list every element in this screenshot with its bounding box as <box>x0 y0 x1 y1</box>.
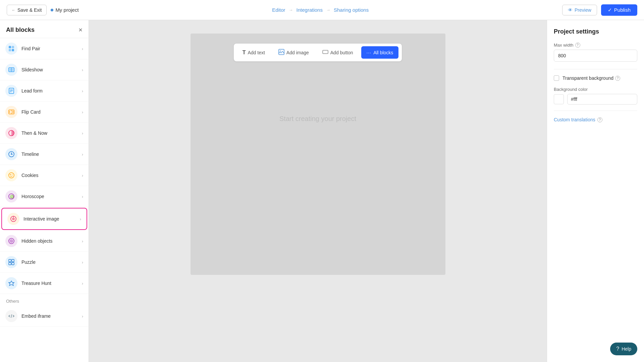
sidebar-item-then-now[interactable]: Then & Now › <box>0 123 89 144</box>
step-integrations[interactable]: Integrations <box>297 7 323 13</box>
eye-icon: 👁 <box>568 7 573 13</box>
canvas-toolbar: T Add text Add image Add button ··· <box>234 44 402 61</box>
svg-point-20 <box>11 176 12 177</box>
bg-color-swatch[interactable] <box>554 94 564 104</box>
sidebar-item-find-pair[interactable]: Find Pair › <box>0 38 89 59</box>
save-exit-button[interactable]: ← Save & Exit <box>7 5 47 15</box>
svg-point-18 <box>10 174 11 175</box>
svg-rect-31 <box>9 259 11 262</box>
sidebar-item-hidden-objects[interactable]: Hidden objects › <box>0 231 89 252</box>
svg-point-19 <box>12 174 12 175</box>
sidebar-item-treasure-hunt[interactable]: Treasure Hunt › <box>0 273 89 294</box>
sidebar-item-embed-iframe[interactable]: Embed iframe › <box>0 306 89 327</box>
divider-1 <box>554 69 637 69</box>
timeline-chevron: › <box>82 152 83 157</box>
hidden-objects-label: Hidden objects <box>21 238 53 244</box>
sidebar-item-flip-card[interactable]: Flip Card › <box>0 102 89 123</box>
find-pair-icon <box>5 43 17 55</box>
flip-card-label: Flip Card <box>21 109 41 115</box>
interactive-image-chevron: › <box>80 217 81 222</box>
divider-2 <box>554 111 637 111</box>
project-dot <box>51 9 53 11</box>
topbar-right: 👁 Preview ✓ Publish <box>562 4 637 16</box>
step-sharing[interactable]: Sharing options <box>334 7 369 13</box>
add-image-label: Add image <box>286 50 309 55</box>
all-blocks-button[interactable]: ··· All blocks <box>361 46 399 59</box>
hidden-objects-icon <box>5 235 17 247</box>
custom-translations-help-icon[interactable]: ? <box>597 117 602 122</box>
svg-line-36 <box>11 314 12 318</box>
topbar: ← Save & Exit My project Editor → Integr… <box>0 0 644 20</box>
then-now-label: Then & Now <box>21 130 47 136</box>
sidebar-list: Find Pair › Slideshow › Lead <box>0 38 89 362</box>
add-button-button[interactable]: Add button <box>317 46 359 59</box>
svg-rect-39 <box>323 50 328 54</box>
treasure-hunt-label: Treasure Hunt <box>21 281 51 286</box>
lead-form-label: Lead form <box>21 88 43 94</box>
slideshow-icon <box>5 64 17 76</box>
text-icon: T <box>243 50 246 56</box>
max-width-help-icon[interactable]: ? <box>575 43 580 48</box>
add-text-label: Add text <box>248 50 265 55</box>
step-editor[interactable]: Editor <box>272 7 285 13</box>
puzzle-icon <box>5 256 17 268</box>
close-sidebar-button[interactable]: × <box>78 26 83 34</box>
preview-button[interactable]: 👁 Preview <box>562 5 597 15</box>
custom-translations-link[interactable]: Custom translations ? <box>554 117 637 122</box>
button-icon <box>322 49 328 56</box>
sidebar-item-horoscope[interactable]: ♍ Horoscope › <box>0 186 89 207</box>
find-pair-chevron: › <box>82 46 83 51</box>
add-text-button[interactable]: T Add text <box>237 46 270 59</box>
slideshow-label: Slideshow <box>21 67 43 72</box>
topbar-left: ← Save & Exit My project <box>7 5 79 15</box>
sidebar-title: All blocks <box>6 26 35 34</box>
sidebar-item-lead-form[interactable]: Lead form › <box>0 80 89 102</box>
help-circle-icon: ? <box>616 346 619 352</box>
svg-point-16 <box>11 154 12 155</box>
canvas-container: T Add text Add image Add button ··· <box>191 34 445 275</box>
svg-rect-0 <box>9 46 11 48</box>
sidebar-item-cookies[interactable]: Cookies › <box>0 165 89 186</box>
find-pair-label: Find Pair <box>21 46 40 51</box>
sidebar-item-puzzle[interactable]: Puzzle › <box>0 252 89 273</box>
then-now-chevron: › <box>82 131 83 136</box>
cookies-chevron: › <box>82 173 83 178</box>
canvas-placeholder: Start creating your project <box>279 115 356 123</box>
sidebar-item-interactive-image[interactable]: Interactive image › <box>1 208 87 230</box>
sidebar-item-slideshow[interactable]: Slideshow › <box>0 59 89 80</box>
svg-rect-32 <box>12 259 14 262</box>
timeline-icon <box>5 148 17 160</box>
sidebar: All blocks × Find Pair › Slideshow <box>0 20 89 362</box>
image-icon <box>278 49 284 56</box>
arrow-sep-2: → <box>326 7 330 12</box>
others-section-label: Others <box>0 294 89 306</box>
save-exit-label: Save & Exit <box>17 7 42 13</box>
project-name: My project <box>51 7 78 13</box>
bg-color-input[interactable] <box>567 94 637 105</box>
sidebar-header: All blocks × <box>0 20 89 38</box>
max-width-input[interactable] <box>554 50 637 62</box>
svg-rect-2 <box>9 49 11 51</box>
transparent-bg-checkbox[interactable] <box>554 75 559 81</box>
puzzle-label: Puzzle <box>21 259 36 265</box>
svg-point-17 <box>9 173 14 178</box>
project-name-text[interactable]: My project <box>55 7 78 13</box>
add-image-button[interactable]: Add image <box>273 46 314 59</box>
arrow-sep-1: → <box>289 7 293 12</box>
svg-point-38 <box>280 50 281 52</box>
add-button-label: Add button <box>330 50 353 55</box>
publish-button[interactable]: ✓ Publish <box>601 4 637 16</box>
sidebar-item-timeline[interactable]: Timeline › <box>0 144 89 165</box>
svg-rect-33 <box>9 262 11 265</box>
transparent-bg-label: Transparent background ? <box>562 75 620 81</box>
svg-marker-35 <box>9 281 14 286</box>
transparent-bg-help-icon[interactable]: ? <box>615 76 620 81</box>
horoscope-icon: ♍ <box>5 190 17 202</box>
help-button[interactable]: ? Help <box>610 343 637 355</box>
cookies-icon <box>5 169 17 181</box>
svg-rect-34 <box>12 262 14 265</box>
back-arrow-icon: ← <box>12 8 15 12</box>
svg-point-27 <box>13 219 14 219</box>
svg-text:♍: ♍ <box>10 194 14 199</box>
cookies-label: Cookies <box>21 173 39 178</box>
